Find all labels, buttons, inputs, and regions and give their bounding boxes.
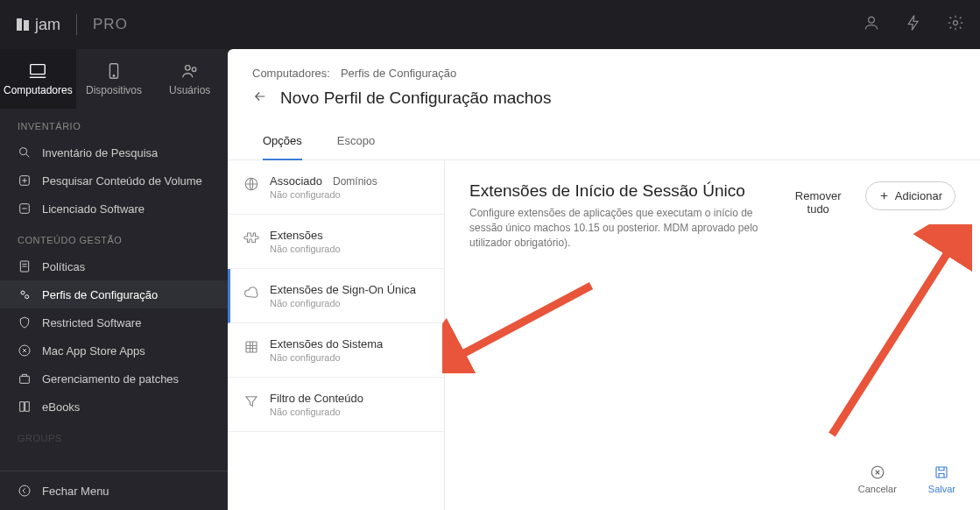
sidebar-item-ebooks[interactable]: eBooks (0, 393, 228, 421)
sidebar-item-search-inventory[interactable]: Inventário de Pesquisa (0, 138, 228, 166)
sidebar-item-label: Políticas (42, 260, 85, 273)
svg-point-7 (185, 66, 190, 71)
sidebar-item-label: Mac App Store Apps (42, 344, 145, 358)
brand-tier: PRO (93, 16, 128, 33)
sidebar-tabs: Computadores Dispositivos Usuários (0, 49, 228, 109)
payload-title: Extensões (270, 229, 341, 242)
payload-sub: Não configurado (270, 244, 341, 254)
add-button[interactable]: Adicionar (865, 181, 955, 210)
sidebar-tab-label: Usuários (169, 84, 210, 96)
gears-icon (18, 287, 32, 301)
plus-icon (878, 190, 890, 202)
topbar-right (863, 14, 964, 35)
sidebar-item-label: Pesquisar Conteúdo de Volume (42, 174, 202, 188)
sidebar-tab-computers[interactable]: Computadores (0, 49, 76, 109)
save-label: Salvar (928, 484, 955, 494)
sidebar-item-label: Restricted Software (42, 316, 141, 329)
sidebar-item-label: Gerenciamento de patches (42, 372, 179, 386)
payload-extensions[interactable]: Extensões Não configurado (228, 215, 444, 269)
sidebar-item-restricted[interactable]: Restricted Software (0, 308, 228, 336)
sidebar-footer: Fechar Menu (0, 471, 228, 510)
sidebar-tab-label: Computadores (4, 84, 73, 96)
main: Computadores: Perfis de Configuração Nov… (228, 49, 980, 510)
payload-sub: Não configurado (270, 298, 416, 308)
sidebar-item-label: Fechar Menu (42, 485, 109, 498)
svg-rect-4 (31, 65, 46, 74)
doc-icon (18, 259, 32, 273)
remove-all-button[interactable]: Remover tudo (780, 181, 857, 223)
payload-system-extensions[interactable]: Extensões do Sistema Não configurado (228, 323, 444, 378)
sidebar-item-label: Perfis de Configuração (42, 288, 158, 301)
topbar: jam PRO (0, 0, 980, 49)
payload-title: Extensões de Sign-On Única (270, 283, 416, 296)
gear-icon[interactable] (947, 14, 964, 35)
arrow-left-circle-icon (18, 484, 32, 498)
payload-title: Filtro de Conteúdo (270, 392, 363, 405)
sidebar-section-groups: GROUPS (0, 421, 228, 450)
sidebar-item-licensed[interactable]: Licenciado Software (0, 195, 228, 223)
sidebar-section-content: CONTEÚDO GESTÃO (0, 223, 228, 252)
svg-point-2 (869, 17, 875, 23)
sidebar-item-config-profiles[interactable]: Perfis de Configuração (0, 280, 228, 308)
svg-rect-21 (936, 467, 947, 478)
svg-rect-0 (17, 18, 22, 31)
close-circle-icon (870, 464, 885, 480)
sidebar-item-label: eBooks (42, 400, 80, 414)
payload-sub: Não configurado (270, 407, 363, 417)
save-button[interactable]: Salvar (928, 464, 955, 494)
sidebar-item-search-volume[interactable]: Pesquisar Conteúdo de Volume (0, 166, 228, 195)
tab-options[interactable]: Opções (263, 124, 302, 159)
book-icon (18, 400, 32, 414)
user-icon[interactable] (863, 14, 880, 35)
svg-rect-1 (24, 20, 29, 31)
svg-point-6 (113, 75, 114, 76)
main-header: Computadores: Perfis de Configuração Nov… (228, 49, 980, 124)
detail-heading: Extensões de Início de Sessão Único (469, 181, 766, 201)
svg-point-3 (954, 21, 958, 25)
payload-associated-domains[interactable]: Associado Domínios Não configurado (228, 160, 444, 215)
license-icon (18, 202, 32, 216)
payload-content-filter[interactable]: Filtro de Conteúdo Não configurado (228, 378, 444, 432)
payload-list[interactable]: Associado Domínios Não configurado Exten… (228, 160, 445, 510)
payload-sub: Não configurado (270, 352, 383, 363)
brand-logo: jam (16, 16, 60, 34)
payload-sso-extensions[interactable]: Extensões de Sign-On Única Não configura… (228, 269, 444, 323)
detail-pane: Extensões de Início de Sessão Único Conf… (445, 160, 980, 510)
breadcrumb-parent: Computadores: (252, 67, 330, 80)
cancel-button[interactable]: Cancelar (858, 464, 897, 494)
brand-divider (76, 14, 77, 35)
back-button[interactable] (252, 89, 268, 108)
page-title: Novo Perfil de Configuração machos (280, 89, 551, 108)
detail-description: Configure extensões de aplicações que ex… (469, 206, 766, 250)
sidebar-tab-devices[interactable]: Dispositivos (76, 49, 152, 109)
sidebar-item-patch[interactable]: Gerenciamento de patches (0, 365, 228, 393)
sidebar-item-mas[interactable]: Mac App Store Apps (0, 336, 228, 365)
sidebar-tab-label: Dispositivos (86, 84, 142, 96)
brand-text: jam (35, 16, 60, 34)
puzzle-icon (243, 230, 259, 246)
svg-point-14 (25, 295, 29, 299)
svg-point-13 (21, 291, 25, 294)
tab-scope[interactable]: Escopo (337, 124, 375, 159)
footer-actions: Cancelar Salvar (858, 464, 955, 494)
cancel-label: Cancelar (858, 484, 897, 494)
svg-point-8 (192, 67, 196, 72)
patch-icon (18, 372, 32, 386)
payload-extra: Domínios (333, 175, 377, 188)
svg-point-17 (19, 485, 30, 496)
payload-title: Associado (270, 174, 322, 188)
svg-point-9 (20, 148, 27, 155)
sidebar-close-menu[interactable]: Fechar Menu (0, 471, 228, 510)
sidebar-tab-users[interactable]: Usuários (152, 49, 228, 109)
filter-icon (243, 393, 259, 409)
sidebar-item-policies[interactable]: Políticas (0, 252, 228, 280)
bolt-icon[interactable] (905, 14, 922, 35)
topbar-left: jam PRO (16, 14, 128, 35)
svg-rect-19 (246, 342, 257, 352)
svg-rect-16 (20, 376, 30, 383)
breadcrumb-child[interactable]: Perfis de Configuração (341, 67, 456, 80)
sidebar-item-label: Inventário de Pesquisa (42, 146, 158, 159)
store-icon (18, 344, 32, 358)
breadcrumb: Computadores: Perfis de Configuração (252, 67, 955, 80)
cloud-icon (243, 285, 259, 301)
